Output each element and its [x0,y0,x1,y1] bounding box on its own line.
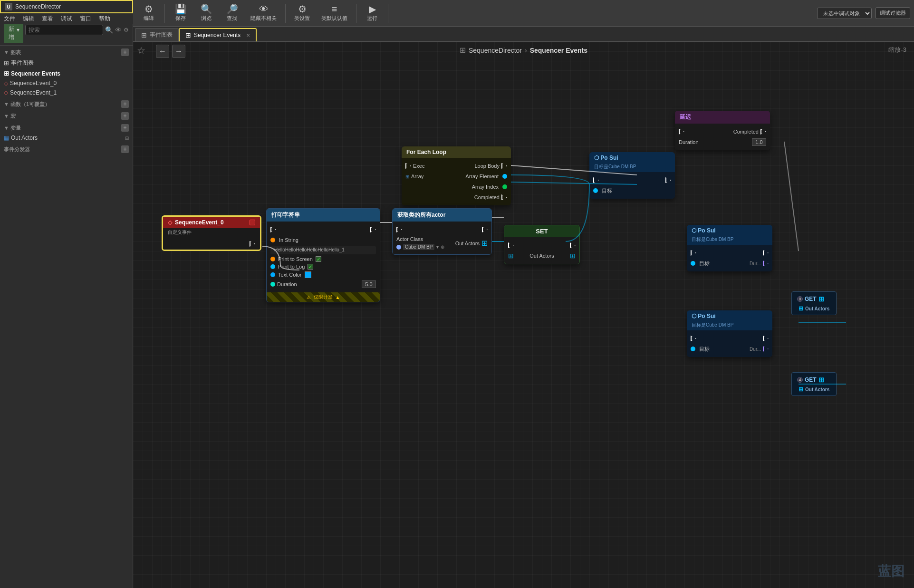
sidebar-item-sequencer-events[interactable]: ⊞ Sequencer Events [0,68,133,78]
posui-2-target-pin[interactable] [691,261,695,266]
foreach-loop-body-pin[interactable] [501,163,507,169]
posui-node-3: ⬡ Po Sui 目标是Cube DM BP 目标 Dur... [687,310,772,357]
menu-file[interactable]: 文件 [2,15,17,23]
sidebar-item-event-graph[interactable]: ⊞ 事件图表 [0,58,133,68]
add-macro-button[interactable]: + [121,112,129,120]
toolbar-debug-area: 未选中调试对象 调试过滤器 [817,7,910,19]
sidebar-item-seq-event-1[interactable]: ◇ SequenceEvent_1 [0,88,133,97]
find-button[interactable]: 🔎 查找 [220,2,244,25]
macros-section-label: ▼ 宏 + [0,109,133,121]
save-button[interactable]: 💾 保存 [169,2,192,25]
print-to-log-pin[interactable] [270,264,275,269]
posui-3-exec-pin[interactable] [691,336,696,341]
add-function-button[interactable]: + [121,100,129,108]
actor-class-pin[interactable] [396,245,401,250]
search-input[interactable] [25,25,103,35]
compile-button[interactable]: ⚙ 编译 [137,2,161,25]
run-button[interactable]: ▶ 运行 [360,2,384,25]
duration-value[interactable]: 5.0 [362,280,376,288]
duration-pin[interactable] [270,282,275,287]
set-out-pin[interactable]: ⊞ [570,252,576,260]
print-to-log-checkbox[interactable]: ✓ [308,264,313,270]
add-graph-button[interactable]: + [121,48,129,56]
posui-2-dur-pin[interactable] [763,260,769,266]
text-color-pin[interactable] [270,272,275,277]
add-dispatcher-button[interactable]: + [121,145,129,153]
delay-completed-pin[interactable] [760,129,766,135]
posui-3-dur-pin[interactable] [763,346,769,352]
tab-sequencer-events[interactable]: ⊞ Sequencer Events ✕ [179,28,257,41]
add-variable-button[interactable]: + [121,124,129,132]
posui-3-exec-out-pin[interactable] [763,336,769,341]
foreach-array-element-pin[interactable] [502,174,507,179]
seq-events-tab-icon: ⊞ [185,31,191,39]
posui-2-header: ⬡ Po Sui [687,225,772,236]
get-actors-exec-out[interactable] [482,227,488,232]
get-actors-out-pin[interactable]: ⊞ [481,239,488,248]
nav-back-button[interactable]: ← [156,45,169,58]
actor-class-row: Actor Class Cube DM BP ▾ ⊕ Out Actors ⊞ [393,235,491,251]
canvas[interactable]: ☆ ← → ⊞ SequenceDirector › Sequencer Eve… [133,42,914,588]
tab-event-graph[interactable]: ⊞ 事件图表 [135,28,179,41]
posui-1-exec-pin[interactable] [593,177,599,183]
menu-window[interactable]: 窗口 [78,15,93,23]
foreach-completed-pin[interactable] [501,194,507,200]
set-exec-in[interactable] [508,242,514,248]
print-exec-out[interactable] [370,227,376,232]
menu-debug[interactable]: 调试 [59,15,74,23]
sidebar-item-out-actors[interactable]: ▦ Out Actors ⊟ [0,133,133,143]
watermark: 蓝图 [878,562,904,580]
get-node-2: 4 GET ⊞ ⊞ Out Actors [791,372,837,396]
browse-button[interactable]: 🔍 浏览 [194,2,218,25]
set-exec-out[interactable] [570,242,576,248]
print-to-screen-checkbox[interactable]: ✓ [316,256,321,262]
print-string-header: 打印字符串 [267,209,380,222]
print-instring-pin[interactable] [270,238,275,242]
get1-title: GET [805,296,817,302]
set-header: SET [504,225,579,237]
posui-2-exec-pin[interactable] [691,250,696,256]
get1-out-pin[interactable]: ⊞ [818,295,824,303]
menu-help[interactable]: 帮助 [97,15,112,23]
get-actors-exec-in[interactable] [396,227,402,232]
delay-duration-value[interactable]: 1.0 [752,138,766,146]
tabbar: ⊞ 事件图表 ⊞ Sequencer Events ✕ [133,27,914,42]
foreach-header: For Each Loop [402,146,511,158]
posui-1-exec-out-pin[interactable] [665,177,671,183]
hide-button[interactable]: 👁 隐藏不相关 [246,2,281,25]
posui-2-exec-out-pin[interactable] [763,250,769,256]
class-default-icon: ≡ [332,4,337,14]
menu-edit[interactable]: 编辑 [21,15,36,23]
breadcrumb-sep: › [525,47,527,54]
breadcrumb-icon: ⊞ [460,46,466,55]
foreach-array-index-pin[interactable] [502,184,507,189]
text-color-swatch[interactable] [305,271,311,278]
class-settings-button[interactable]: ⚙ 类设置 [289,2,315,25]
nav-forward-button[interactable]: → [172,45,185,58]
text-color-row: Text Color [267,270,380,279]
class-default-button[interactable]: ≡ 类默认认值 [317,2,352,25]
graphs-section-label: ▼ 图表 + [0,46,133,58]
window-title: SequenceDirector [15,3,61,10]
print-to-screen-pin[interactable] [270,257,275,261]
foreach-exec-in[interactable] [405,163,411,169]
settings-icon[interactable]: ⚙ [124,27,129,33]
class-settings-icon: ⚙ [298,4,307,14]
bookmark-button[interactable]: ☆ [137,45,145,56]
eye-icon[interactable]: 👁 [115,26,122,34]
print-exec-in[interactable] [270,227,276,232]
posui-1-target-pin[interactable] [593,188,598,193]
posui-3-target-pin[interactable] [691,347,695,351]
delay-exec-in-pin[interactable] [679,129,684,135]
titlebar: U SequenceDirector [0,0,133,13]
sidebar-item-seq-event-0[interactable]: ◇ SequenceEvent_0 [0,78,133,88]
menu-view[interactable]: 查看 [40,15,55,23]
get2-index-indicator: 4 [797,377,803,383]
set-in-pin[interactable]: ⊞ [508,252,514,260]
debug-object-select[interactable]: 未选中调试对象 [817,8,872,19]
seq-event-exec-out-pin[interactable] [250,241,255,247]
get2-out-pin[interactable]: ⊞ [818,376,824,384]
posui-1-header: ⬡ Po Sui [589,152,675,164]
foreach-node: For Each Loop Exec Loop Body ⊞ Array [402,146,511,205]
tab-close-icon[interactable]: ✕ [246,33,250,38]
